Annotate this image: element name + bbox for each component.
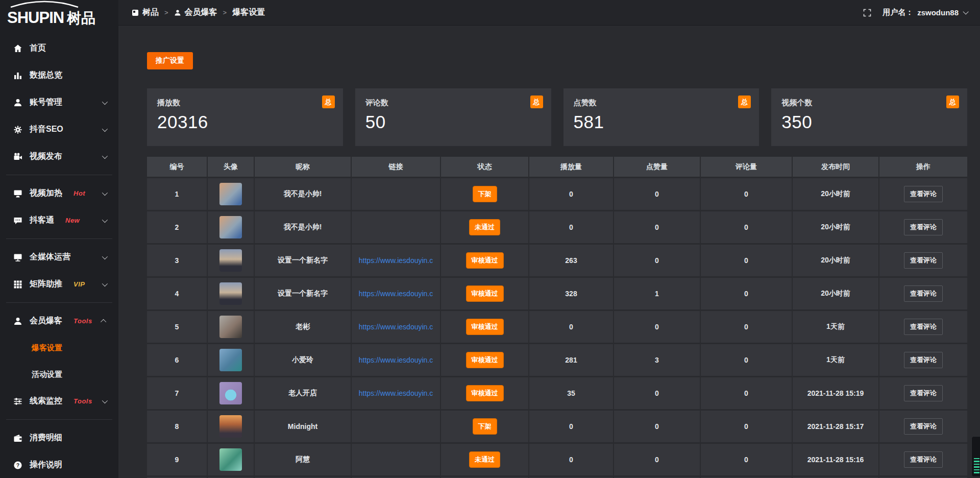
user-icon <box>174 9 181 16</box>
sidebar-item-label: 全媒体运营 <box>30 252 70 262</box>
status-badge: 审核通过 <box>466 352 504 368</box>
gear-icon <box>13 125 22 134</box>
status-badge: 下架 <box>473 186 497 202</box>
sidebar-item-member-baoke[interactable]: 会员爆客 Tools <box>0 307 118 334</box>
view-comments-button[interactable]: 查看评论 <box>904 418 943 435</box>
video-link[interactable]: https://www.iesdouyin.c <box>359 290 433 298</box>
sidebar-item-label: 首页 <box>30 43 46 54</box>
cell-nickname: Midnight <box>255 411 351 442</box>
sidebar-item-video-publish[interactable]: 视频发布 <box>0 143 118 170</box>
col-header-no: 编号 <box>147 157 207 177</box>
stat-label: 视频个数 <box>781 98 957 108</box>
table-row: 9 阿慧 未通过 0 0 0 2021-11-28 15:16 查看评论 <box>147 444 967 475</box>
sidebar-item-video-heat[interactable]: 视频加热 Hot <box>0 180 118 207</box>
sidebar-item-matrix-boost[interactable]: 矩阵助推 VIP <box>0 271 118 298</box>
breadcrumb-label: 树品 <box>142 7 159 18</box>
sidebar-subitem-activity-settings[interactable]: 活动设置 <box>0 361 118 388</box>
cell-no: 2 <box>147 211 207 243</box>
widget-bars-icon <box>974 457 979 473</box>
stat-card-likes: 点赞数 581 总 <box>564 88 760 146</box>
view-comments-button[interactable]: 查看评论 <box>904 451 943 468</box>
total-badge: 总 <box>322 95 335 108</box>
cell-link <box>352 178 440 210</box>
stat-value: 20316 <box>157 112 333 132</box>
cell-action: 查看评论 <box>879 211 967 243</box>
cell-status: 下架 <box>441 178 528 210</box>
logo-text-en: SHUPIN <box>7 10 64 26</box>
status-badge: 审核通过 <box>466 252 504 269</box>
video-link[interactable]: https://www.iesdouyin.c <box>359 256 433 265</box>
cell-avatar <box>208 245 254 276</box>
tools-badge: Tools <box>74 397 92 405</box>
member-icon <box>13 316 22 326</box>
sidebar-item-clue-monitor[interactable]: 线索监控 Tools <box>0 388 118 415</box>
view-comments-button[interactable]: 查看评论 <box>904 352 943 368</box>
sidebar-item-data-overview[interactable]: 数据总览 <box>0 62 118 89</box>
video-link[interactable]: https://www.iesdouyin.c <box>359 323 433 331</box>
cell-comments: 0 <box>701 311 792 343</box>
cell-comments: 0 <box>701 377 792 409</box>
help-icon: ? <box>13 460 22 470</box>
promo-settings-button[interactable]: 推广设置 <box>147 52 193 69</box>
video-link[interactable]: https://www.iesdouyin.c <box>359 389 433 397</box>
sidebar-item-consume-detail[interactable]: 消费明细 <box>0 424 118 451</box>
table-header: 编号 头像 昵称 链接 状态 播放量 点赞量 评论量 发布时间 操作 <box>147 157 967 177</box>
sidebar-item-account-mgmt[interactable]: 账号管理 <box>0 89 118 116</box>
sidebar-item-label: 会员爆客 <box>30 316 62 326</box>
view-comments-button[interactable]: 查看评论 <box>904 385 943 401</box>
cell-comments: 0 <box>701 211 792 243</box>
submenu-item-label: 活动设置 <box>32 370 62 379</box>
sidebar-item-home[interactable]: 首页 <box>0 35 118 62</box>
sidebar-item-label: 视频发布 <box>30 151 62 162</box>
cell-likes: 0 <box>614 377 700 409</box>
col-header-avatar: 头像 <box>208 157 254 177</box>
sidebar-divider <box>6 419 112 420</box>
sidebar-subitem-baoke-settings[interactable]: 爆客设置 <box>0 334 118 361</box>
cell-likes: 0 <box>614 245 700 276</box>
cell-time: 20小时前 <box>793 211 878 243</box>
view-comments-button[interactable]: 查看评论 <box>904 252 943 269</box>
avatar <box>219 282 242 305</box>
sidebar-divider <box>6 238 112 239</box>
cell-plays: 0 <box>529 411 613 442</box>
avatar <box>219 183 242 205</box>
cell-avatar <box>208 344 254 376</box>
cell-action: 查看评论 <box>879 411 967 442</box>
sidebar-item-douyin-seo[interactable]: 抖音SEO <box>0 116 118 143</box>
grid-icon <box>13 279 22 289</box>
username-value: zswodun88 <box>917 8 959 17</box>
cell-likes: 0 <box>614 411 700 442</box>
table-row: 2 我不是小帅! 未通过 0 0 0 20小时前 查看评论 <box>147 211 967 243</box>
video-link[interactable]: https://www.iesdouyin.c <box>359 356 433 364</box>
avatar <box>219 349 242 371</box>
view-comments-button[interactable]: 查看评论 <box>904 285 943 302</box>
breadcrumb-item-shupin[interactable]: 树品 <box>132 7 159 18</box>
breadcrumb-item-member-baoke[interactable]: 会员爆客 <box>174 7 217 18</box>
hot-badge: Hot <box>74 189 85 197</box>
cell-likes: 0 <box>614 211 700 243</box>
cell-status: 审核通过 <box>441 245 528 276</box>
chevron-down-icon <box>102 280 108 286</box>
svg-text:?: ? <box>16 462 19 468</box>
view-comments-button[interactable]: 查看评论 <box>904 319 943 335</box>
cell-comments: 0 <box>701 245 792 276</box>
sidebar-item-help[interactable]: ? 操作说明 <box>0 451 118 478</box>
breadcrumb-item-baoke-settings[interactable]: 爆客设置 <box>232 7 265 18</box>
col-header-link: 链接 <box>352 157 440 177</box>
view-comments-button[interactable]: 查看评论 <box>904 186 943 202</box>
sidebar-item-douketong[interactable]: 抖客通 New <box>0 207 118 234</box>
sidebar-item-label: 消费明细 <box>30 433 62 443</box>
chevron-down-icon <box>102 253 108 259</box>
view-comments-button[interactable]: 查看评论 <box>904 219 943 235</box>
cell-action: 查看评论 <box>879 278 967 309</box>
panel-icon <box>132 9 139 16</box>
sidebar-item-all-media[interactable]: 全媒体运营 <box>0 244 118 271</box>
status-badge: 未通过 <box>469 451 500 468</box>
user-icon <box>13 98 22 107</box>
avatar <box>219 216 242 238</box>
floating-scroll-widget[interactable] <box>971 436 980 477</box>
user-menu[interactable]: 用户名：zswodun88 <box>883 8 967 17</box>
fullscreen-icon[interactable] <box>863 9 871 17</box>
chevron-down-icon <box>102 189 108 195</box>
cell-action: 查看评论 <box>879 344 967 376</box>
